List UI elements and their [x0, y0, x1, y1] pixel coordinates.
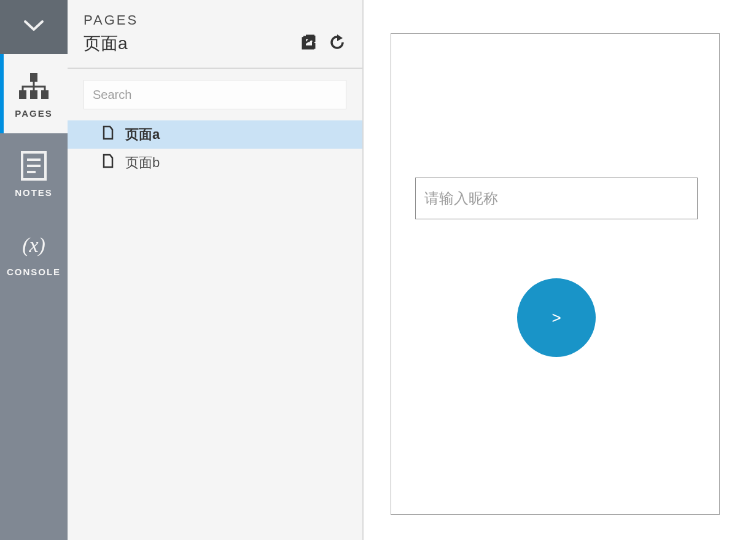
next-button-label: > [551, 308, 561, 327]
nav-rail: PAGES NOTES (x) CONSOLE [0, 0, 68, 540]
chevron-down-icon [23, 20, 44, 34]
sidebar-title: PAGES [84, 12, 346, 28]
page-icon [102, 154, 114, 172]
nav-tab-label: PAGES [15, 108, 52, 119]
search-container [68, 69, 362, 120]
svg-rect-1 [19, 90, 26, 99]
page-list-item[interactable]: 页面b [68, 149, 362, 177]
page-item-label: 页面a [125, 125, 160, 144]
device-frame: > [391, 33, 720, 515]
nav-tab-pages[interactable]: PAGES [0, 54, 68, 133]
sidebar-header: PAGES 页面a [68, 0, 362, 69]
svg-rect-3 [41, 90, 49, 99]
variable-icon: (x) [22, 230, 45, 260]
page-list: 页面a 页面b [68, 120, 362, 540]
pages-sidebar: PAGES 页面a [68, 0, 364, 540]
export-icon[interactable] [301, 34, 317, 53]
page-icon [102, 125, 114, 144]
nav-tab-label: NOTES [15, 187, 53, 198]
next-button[interactable]: > [517, 278, 596, 357]
page-list-item[interactable]: 页面a [68, 120, 362, 149]
nav-collapse-toggle[interactable] [0, 0, 68, 54]
nav-tab-console[interactable]: (x) CONSOLE [0, 213, 68, 292]
search-input[interactable] [84, 80, 346, 109]
nav-tab-notes[interactable]: NOTES [0, 133, 68, 213]
current-page-name: 页面a [84, 32, 128, 55]
notes-icon [21, 151, 47, 181]
svg-rect-2 [30, 90, 37, 99]
page-item-label: 页面b [125, 154, 160, 172]
nickname-input[interactable] [415, 178, 698, 219]
svg-rect-0 [30, 73, 37, 82]
canvas-area: > [364, 0, 756, 540]
sitemap-icon [18, 71, 50, 102]
refresh-icon[interactable] [329, 34, 346, 53]
nav-tab-label: CONSOLE [7, 267, 61, 277]
